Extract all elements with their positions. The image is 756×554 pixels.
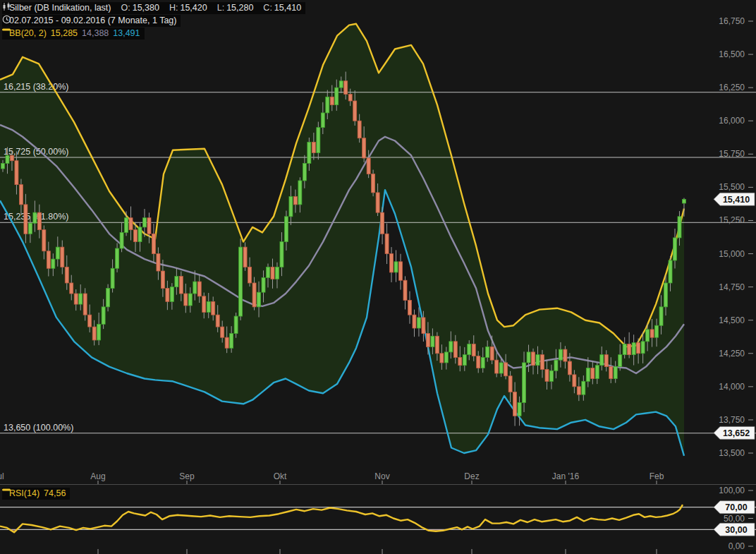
candle-body bbox=[385, 234, 389, 253]
candle-body bbox=[614, 367, 617, 379]
candle-body bbox=[289, 197, 293, 217]
candle-body bbox=[504, 363, 508, 376]
candle-body bbox=[646, 330, 650, 342]
candle-body bbox=[477, 356, 480, 368]
candle-body bbox=[595, 366, 599, 379]
candle-body bbox=[463, 355, 466, 366]
candle-body bbox=[216, 315, 219, 327]
candle-body bbox=[166, 288, 169, 301]
candle-body bbox=[600, 355, 604, 366]
bb-label: BB(20, 2) bbox=[9, 28, 47, 39]
candle-body bbox=[293, 197, 297, 205]
candle-body bbox=[637, 343, 640, 354]
candle-body bbox=[330, 97, 334, 104]
open-value: O:15,380 bbox=[121, 3, 159, 13]
month-label: Feb bbox=[650, 471, 664, 481]
rsi-line bbox=[0, 505, 683, 532]
candle-body bbox=[88, 315, 92, 327]
price-tick-label: 16,500 bbox=[719, 49, 745, 59]
rsi-threshold-badge-text: 70,00 bbox=[725, 502, 747, 512]
rsi-label: RSI(14) bbox=[9, 488, 39, 499]
candle-body bbox=[65, 267, 68, 283]
candle-body bbox=[545, 369, 549, 381]
price-tick-label: 14,250 bbox=[719, 349, 745, 359]
candle-body bbox=[490, 347, 494, 360]
price-tick-label: 13,750 bbox=[719, 415, 745, 425]
candle-body bbox=[225, 337, 228, 348]
candle-body bbox=[83, 294, 87, 315]
candle-body bbox=[413, 315, 416, 328]
candle-body bbox=[19, 185, 23, 205]
candle-body bbox=[604, 355, 608, 367]
candle-body bbox=[129, 218, 133, 230]
candle-body bbox=[230, 334, 233, 349]
candle-body bbox=[573, 375, 576, 387]
month-label: Nov bbox=[374, 471, 389, 481]
candle-body bbox=[138, 227, 142, 242]
candle-body bbox=[372, 174, 375, 193]
candle-body bbox=[453, 342, 457, 358]
candle-body bbox=[275, 267, 279, 279]
month-label: Jan '16 bbox=[552, 471, 580, 481]
price-tick-label: 16,250 bbox=[719, 83, 745, 92]
candle-body bbox=[70, 283, 73, 294]
price-tick-label: 15,000 bbox=[719, 249, 745, 259]
candle-body bbox=[444, 352, 448, 363]
candle-body bbox=[348, 95, 352, 101]
rsi-legend: RSI(14) 74,56 bbox=[2, 488, 70, 500]
candle-body bbox=[28, 223, 32, 234]
candle-body bbox=[161, 271, 164, 288]
candle-body bbox=[486, 347, 489, 357]
candle-body bbox=[51, 259, 55, 268]
candle-body bbox=[234, 316, 238, 333]
candle-body bbox=[403, 280, 407, 300]
close-value: C:15,410 bbox=[263, 3, 301, 13]
candle-body bbox=[257, 292, 261, 307]
candle-body bbox=[120, 232, 123, 248]
instrument-legend: Silber (DB Indikation, last) O:15,380 H:… bbox=[2, 2, 305, 14]
candle-body bbox=[102, 307, 105, 324]
candle-body bbox=[655, 325, 659, 337]
candle-body bbox=[197, 282, 201, 296]
candle-body bbox=[193, 282, 197, 294]
candle-body bbox=[312, 142, 315, 152]
candle-body bbox=[188, 294, 192, 306]
candle-body bbox=[125, 218, 128, 233]
candle-body bbox=[472, 344, 475, 356]
candle-body bbox=[527, 352, 530, 363]
candle-body bbox=[554, 360, 558, 371]
candle-body bbox=[577, 387, 580, 395]
candle-body bbox=[280, 242, 284, 267]
candle-body bbox=[499, 363, 503, 373]
candle-body bbox=[641, 342, 645, 354]
candle-body bbox=[267, 267, 270, 277]
candle-body bbox=[664, 283, 668, 307]
month-label: Okt bbox=[274, 471, 287, 481]
candle-body bbox=[669, 260, 672, 283]
price-chart-canvas[interactable]: 16,215 (38.20%)15,725 (50.00%)15,235 (61… bbox=[0, 0, 756, 554]
price-tick-label: 14,000 bbox=[719, 382, 745, 392]
candle-body bbox=[207, 301, 210, 312]
candle-body bbox=[523, 363, 526, 402]
high-value: H:15,420 bbox=[169, 3, 207, 13]
month-label: Dez bbox=[464, 471, 479, 481]
bb-lower-value: 13,491 bbox=[113, 28, 140, 39]
candle-body bbox=[559, 349, 562, 360]
candle-body bbox=[458, 357, 462, 365]
candle-body bbox=[362, 138, 366, 158]
candle-body bbox=[326, 97, 329, 113]
candle-body bbox=[390, 254, 394, 272]
candle-body bbox=[157, 254, 160, 271]
candle-body bbox=[563, 349, 567, 361]
candle-body bbox=[298, 181, 302, 205]
candle-body bbox=[344, 81, 348, 95]
candle-body bbox=[317, 128, 320, 153]
candle-body bbox=[632, 343, 635, 355]
candle-body bbox=[481, 357, 484, 368]
last-price-badge-text: 15,410 bbox=[723, 195, 750, 205]
candle-body bbox=[431, 336, 434, 347]
candle-body bbox=[321, 113, 324, 128]
fib-label: 13,650 (100.00%) bbox=[4, 423, 73, 433]
candle-body bbox=[417, 318, 420, 328]
candle-body bbox=[408, 300, 411, 315]
